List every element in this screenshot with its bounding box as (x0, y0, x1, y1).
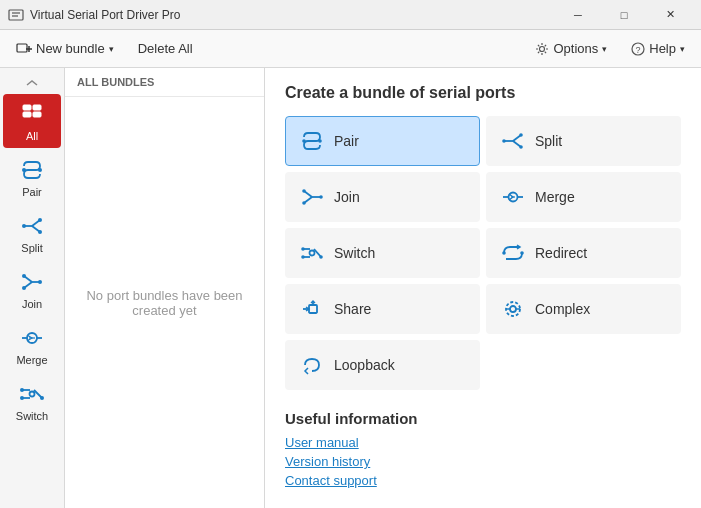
main-layout: All Pair (0, 68, 701, 508)
maximize-button[interactable]: □ (601, 0, 647, 30)
svg-point-61 (319, 255, 323, 259)
bundle-tile-join[interactable]: Join (285, 172, 480, 222)
left-panel: ALL BUNDLES No port bundles have been cr… (65, 68, 265, 508)
svg-point-36 (40, 396, 44, 400)
sidebar-item-all[interactable]: All (3, 94, 61, 148)
merge-icon (18, 324, 46, 352)
help-dropdown-icon: ▾ (680, 44, 685, 54)
close-button[interactable]: ✕ (647, 0, 693, 30)
svg-point-24 (22, 274, 26, 278)
svg-rect-11 (23, 112, 31, 117)
complex-tile-label: Complex (535, 301, 590, 317)
version-history-link[interactable]: Version history (285, 454, 681, 469)
app-icon (8, 7, 24, 23)
svg-point-19 (38, 218, 42, 222)
svg-point-51 (319, 195, 323, 199)
svg-point-59 (310, 251, 315, 256)
svg-point-64 (520, 251, 524, 255)
switch-tile-label: Switch (334, 245, 375, 261)
pair-icon (18, 156, 46, 184)
share-tile-icon (300, 297, 324, 321)
pair-tile-icon (300, 129, 324, 153)
svg-point-62 (301, 255, 305, 259)
sidebar-item-switch[interactable]: Switch (3, 374, 61, 428)
pair-tile-label: Pair (334, 133, 359, 149)
svg-point-39 (318, 139, 322, 143)
svg-point-13 (22, 168, 26, 172)
svg-point-69 (510, 306, 516, 312)
create-section-title: Create a bundle of serial ports (285, 84, 681, 102)
help-button[interactable]: ? Help ▾ (623, 37, 693, 60)
svg-point-38 (302, 139, 306, 143)
sidebar-item-split[interactable]: Split (3, 206, 61, 260)
bundle-tile-merge[interactable]: Merge (486, 172, 681, 222)
toolbar: New bundle ▾ Delete All Options ▾ ? Help… (0, 30, 701, 68)
merge-tile-label: Merge (535, 189, 575, 205)
toolbar-right: Options ▾ ? Help ▾ (527, 37, 693, 60)
bundle-grid: Pair Split (285, 116, 681, 390)
useful-links: User manual Version history Contact supp… (285, 435, 681, 488)
sidebar-item-pair[interactable]: Pair (3, 150, 61, 204)
minimize-button[interactable]: ─ (555, 0, 601, 30)
sidebar-item-merge[interactable]: Merge (3, 318, 61, 372)
split-icon (18, 212, 46, 240)
loopback-tile-icon (300, 353, 324, 377)
sidebar-item-join[interactable]: Join (3, 262, 61, 316)
svg-rect-3 (17, 44, 27, 52)
svg-point-6 (540, 46, 545, 51)
sidebar: All Pair (0, 68, 65, 508)
new-bundle-button[interactable]: New bundle ▾ (8, 37, 122, 61)
merge-tile-icon (501, 185, 525, 209)
join-icon (18, 268, 46, 296)
svg-point-44 (519, 133, 523, 137)
bundle-tile-pair[interactable]: Pair (285, 116, 480, 166)
svg-point-60 (301, 247, 305, 251)
titlebar: Virtual Serial Port Driver Pro ─ □ ✕ (0, 0, 701, 30)
bundle-tile-split[interactable]: Split (486, 116, 681, 166)
user-manual-link[interactable]: User manual (285, 435, 681, 450)
svg-point-49 (302, 189, 306, 193)
svg-rect-10 (33, 105, 41, 110)
help-icon: ? (631, 42, 645, 56)
bundle-tile-redirect[interactable]: Redirect (486, 228, 681, 278)
switch-icon (18, 380, 46, 408)
options-dropdown-icon: ▾ (602, 44, 607, 54)
svg-point-45 (519, 145, 523, 149)
svg-point-14 (38, 168, 42, 172)
window-controls: ─ □ ✕ (555, 0, 693, 30)
new-bundle-icon (16, 41, 32, 57)
new-bundle-dropdown-icon: ▾ (109, 44, 114, 54)
svg-point-18 (22, 224, 26, 228)
bundle-tile-loopback[interactable]: Loopback (285, 340, 480, 390)
contact-support-link[interactable]: Contact support (285, 473, 681, 488)
bundle-tile-share[interactable]: Share (285, 284, 480, 334)
bundle-tile-switch[interactable]: Switch (285, 228, 480, 278)
join-tile-label: Join (334, 189, 360, 205)
loopback-tile-label: Loopback (334, 357, 395, 373)
share-tile-label: Share (334, 301, 371, 317)
svg-point-25 (22, 286, 26, 290)
redirect-tile-icon (501, 241, 525, 265)
svg-rect-9 (23, 105, 31, 110)
right-panel: Create a bundle of serial ports Pair (265, 68, 701, 508)
svg-point-63 (502, 251, 506, 255)
sidebar-scroll-up[interactable] (0, 72, 64, 94)
bundles-empty-text: No port bundles have been created yet (65, 97, 264, 508)
complex-tile-icon (501, 297, 525, 321)
useful-section-title: Useful information (285, 410, 681, 427)
svg-point-34 (30, 392, 35, 397)
svg-text:?: ? (636, 45, 641, 55)
delete-all-button[interactable]: Delete All (130, 37, 201, 60)
svg-point-20 (38, 230, 42, 234)
svg-point-35 (20, 388, 24, 392)
join-tile-icon (300, 185, 324, 209)
svg-rect-12 (33, 112, 41, 117)
svg-point-37 (20, 396, 24, 400)
app-title: Virtual Serial Port Driver Pro (30, 8, 555, 22)
split-tile-icon (501, 129, 525, 153)
bundles-header: ALL BUNDLES (65, 68, 264, 97)
switch-tile-icon (300, 241, 324, 265)
bundle-tile-complex[interactable]: Complex (486, 284, 681, 334)
svg-point-26 (38, 280, 42, 284)
options-button[interactable]: Options ▾ (527, 37, 615, 60)
